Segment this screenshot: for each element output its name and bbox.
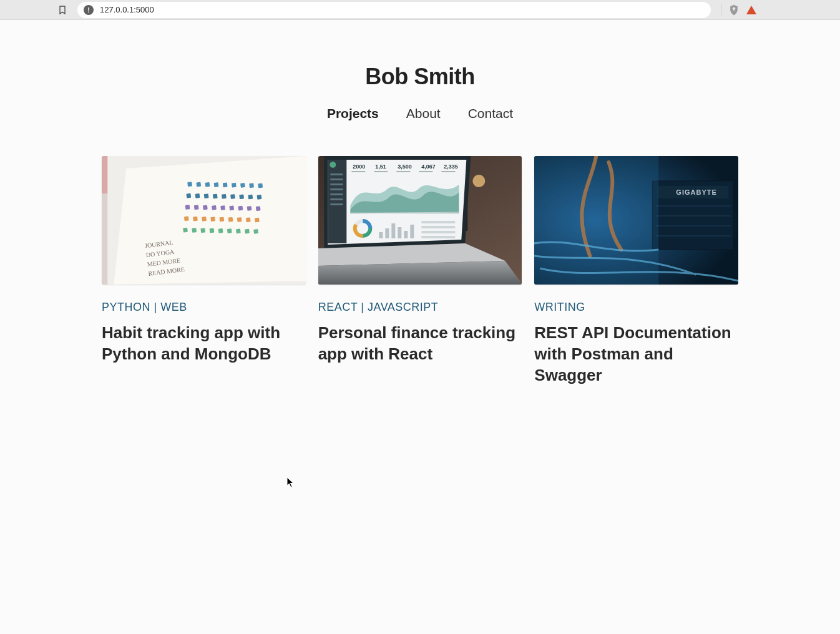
svg-rect-73 bbox=[374, 171, 388, 172]
svg-rect-33 bbox=[247, 206, 252, 211]
svg-rect-52 bbox=[253, 229, 258, 234]
project-card[interactable]: GIGABYTE bbox=[534, 156, 738, 386]
svg-rect-34 bbox=[256, 206, 261, 211]
chrome-right-controls bbox=[721, 4, 760, 16]
svg-rect-88 bbox=[421, 236, 455, 238]
project-grid: JOURNAL DO YOGA MED MORE READ MORE bbox=[102, 156, 738, 386]
svg-rect-32 bbox=[238, 206, 243, 211]
svg-rect-45 bbox=[192, 228, 197, 233]
svg-rect-62 bbox=[330, 183, 343, 185]
svg-rect-63 bbox=[330, 188, 343, 190]
svg-rect-11 bbox=[214, 182, 219, 187]
project-title: Personal finance tracking app with React bbox=[318, 323, 522, 365]
svg-rect-16 bbox=[258, 183, 263, 188]
svg-rect-24 bbox=[248, 195, 253, 200]
svg-rect-26 bbox=[185, 205, 190, 210]
project-tags: PYTHON | WEB bbox=[102, 301, 306, 314]
svg-rect-66 bbox=[330, 203, 343, 205]
svg-rect-80 bbox=[385, 228, 389, 238]
svg-rect-81 bbox=[391, 223, 395, 238]
svg-rect-60 bbox=[330, 173, 343, 175]
svg-rect-29 bbox=[212, 205, 217, 210]
svg-text:2000: 2000 bbox=[353, 163, 365, 170]
svg-rect-47 bbox=[210, 228, 215, 233]
svg-rect-74 bbox=[396, 171, 410, 172]
svg-rect-37 bbox=[202, 217, 207, 222]
svg-rect-17 bbox=[186, 193, 191, 198]
svg-rect-79 bbox=[379, 232, 383, 238]
svg-rect-65 bbox=[330, 198, 343, 200]
svg-rect-41 bbox=[237, 217, 242, 222]
browser-chrome: ! 127.0.0.1:5000 bbox=[0, 0, 840, 20]
svg-rect-50 bbox=[236, 228, 241, 233]
svg-rect-40 bbox=[228, 217, 233, 222]
bookmark-icon[interactable] bbox=[55, 2, 70, 17]
svg-rect-28 bbox=[203, 205, 208, 210]
svg-rect-84 bbox=[410, 225, 414, 238]
project-card[interactable]: JOURNAL DO YOGA MED MORE READ MORE bbox=[102, 156, 306, 386]
project-title: REST API Documentation with Postman and … bbox=[534, 323, 738, 386]
nav-projects[interactable]: Projects bbox=[327, 106, 379, 121]
svg-rect-43 bbox=[255, 218, 260, 223]
svg-rect-39 bbox=[219, 217, 224, 222]
nav-about[interactable]: About bbox=[406, 106, 441, 121]
svg-rect-9 bbox=[196, 182, 201, 187]
svg-rect-8 bbox=[187, 182, 192, 187]
svg-rect-12 bbox=[223, 182, 228, 187]
svg-rect-83 bbox=[404, 231, 408, 238]
divider bbox=[721, 4, 721, 16]
page-body: Bob Smith Projects About Contact JOURNAL bbox=[0, 20, 840, 634]
svg-rect-22 bbox=[230, 194, 235, 199]
project-thumbnail: 20001,513,5004,0672,335 bbox=[318, 156, 522, 285]
nav-contact[interactable]: Contact bbox=[468, 106, 513, 121]
svg-rect-30 bbox=[220, 205, 225, 210]
svg-rect-72 bbox=[351, 171, 365, 172]
svg-rect-42 bbox=[246, 217, 251, 222]
svg-point-55 bbox=[472, 175, 485, 187]
svg-rect-19 bbox=[204, 193, 209, 198]
svg-rect-44 bbox=[183, 228, 188, 233]
svg-rect-87 bbox=[421, 231, 455, 233]
svg-rect-27 bbox=[194, 205, 199, 210]
svg-text:4,067: 4,067 bbox=[421, 163, 436, 170]
svg-rect-64 bbox=[330, 193, 343, 195]
svg-rect-76 bbox=[441, 171, 455, 172]
brave-logo-icon[interactable] bbox=[746, 6, 756, 14]
svg-rect-35 bbox=[184, 216, 189, 221]
svg-rect-10 bbox=[205, 182, 210, 187]
svg-text:2,335: 2,335 bbox=[444, 163, 458, 170]
svg-rect-31 bbox=[229, 205, 234, 210]
url-text: 127.0.0.1:5000 bbox=[100, 5, 154, 14]
svg-rect-51 bbox=[245, 229, 250, 234]
project-thumbnail: JOURNAL DO YOGA MED MORE READ MORE bbox=[102, 156, 306, 285]
svg-rect-100 bbox=[534, 156, 738, 285]
svg-rect-85 bbox=[421, 221, 455, 223]
svg-rect-46 bbox=[200, 228, 205, 233]
svg-rect-86 bbox=[421, 226, 455, 228]
project-title: Habit tracking app with Python and Mongo… bbox=[102, 323, 306, 365]
site-info-icon[interactable]: ! bbox=[84, 5, 94, 15]
project-thumbnail: GIGABYTE bbox=[534, 156, 738, 285]
svg-rect-20 bbox=[213, 194, 218, 199]
primary-nav: Projects About Contact bbox=[102, 106, 738, 121]
svg-rect-38 bbox=[210, 217, 215, 222]
svg-rect-49 bbox=[227, 228, 232, 233]
page-title: Bob Smith bbox=[102, 64, 738, 90]
address-bar[interactable]: ! 127.0.0.1:5000 bbox=[77, 2, 711, 18]
svg-rect-15 bbox=[249, 183, 254, 188]
svg-rect-48 bbox=[218, 228, 223, 233]
svg-text:1,51: 1,51 bbox=[375, 163, 386, 170]
svg-text:3,500: 3,500 bbox=[398, 163, 412, 170]
project-tags: WRITING bbox=[534, 301, 738, 314]
svg-rect-14 bbox=[240, 183, 245, 188]
svg-marker-3 bbox=[114, 156, 305, 285]
brave-shield-icon[interactable] bbox=[728, 4, 740, 16]
svg-rect-23 bbox=[239, 194, 244, 199]
svg-rect-75 bbox=[419, 171, 432, 172]
project-card[interactable]: 20001,513,5004,0672,335 bbox=[318, 156, 522, 386]
project-tags: REACT | JAVASCRIPT bbox=[318, 301, 522, 314]
svg-rect-18 bbox=[195, 193, 200, 198]
svg-rect-21 bbox=[222, 194, 227, 199]
svg-rect-36 bbox=[193, 217, 198, 222]
svg-rect-13 bbox=[232, 183, 237, 188]
